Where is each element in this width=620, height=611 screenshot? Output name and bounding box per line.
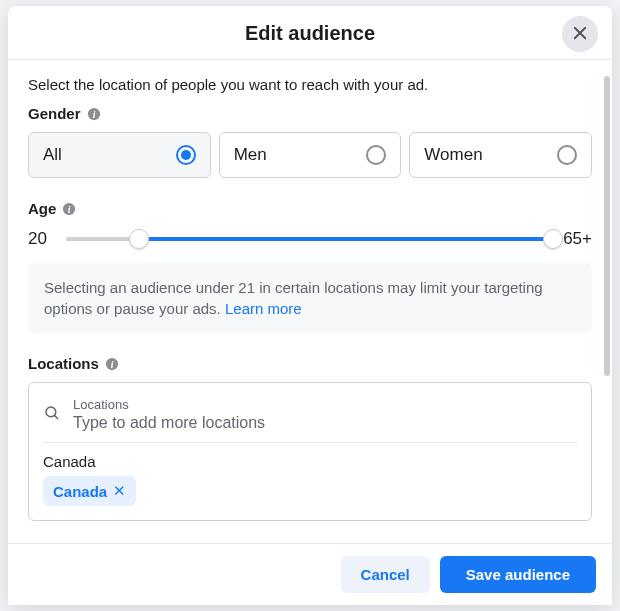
svg-text:i: i: [111, 358, 114, 369]
close-icon: [571, 24, 589, 45]
info-icon[interactable]: i: [87, 107, 101, 121]
scrollbar[interactable]: [604, 76, 610, 376]
radio-icon: [366, 145, 386, 165]
age-section: Age i 20 65+: [28, 200, 592, 249]
age-slider-handle-max[interactable]: [543, 229, 563, 249]
learn-more-link[interactable]: Learn more: [225, 300, 302, 317]
age-slider-track[interactable]: [66, 237, 553, 241]
location-chip-canada[interactable]: Canada ✕: [43, 476, 136, 506]
info-icon[interactable]: i: [62, 202, 76, 216]
locations-field-label: Locations: [73, 397, 577, 412]
gender-label: Gender i: [28, 105, 592, 122]
chip-remove-icon[interactable]: ✕: [113, 482, 126, 500]
locations-input[interactable]: [73, 414, 577, 432]
locations-box: Locations Canada Canada ✕: [28, 382, 592, 521]
age-slider: 20 65+: [28, 229, 592, 249]
age-label: Age i: [28, 200, 592, 217]
radio-icon: [176, 145, 196, 165]
modal-footer: Cancel Save audience: [8, 543, 612, 605]
svg-line-9: [54, 415, 58, 419]
edit-audience-modal: Edit audience Select the location of peo…: [8, 6, 612, 605]
info-icon[interactable]: i: [105, 357, 119, 371]
gender-option-women[interactable]: Women: [409, 132, 592, 178]
location-country-header: Canada: [43, 453, 577, 470]
modal-body: Select the location of people you want t…: [8, 60, 612, 543]
age-min-value: 20: [28, 229, 56, 249]
gender-option-men[interactable]: Men: [219, 132, 402, 178]
search-icon: [43, 404, 61, 426]
radio-icon: [557, 145, 577, 165]
locations-label: Locations i: [28, 355, 592, 372]
close-button[interactable]: [562, 16, 598, 52]
svg-text:i: i: [68, 203, 71, 214]
cancel-button[interactable]: Cancel: [341, 556, 430, 593]
gender-option-all[interactable]: All: [28, 132, 211, 178]
intro-text: Select the location of people you want t…: [28, 76, 592, 93]
svg-text:i: i: [92, 108, 95, 119]
save-audience-button[interactable]: Save audience: [440, 556, 596, 593]
gender-options: All Men Women: [28, 132, 592, 178]
age-warning-notice: Selecting an audience under 21 in certai…: [28, 263, 592, 333]
modal-title: Edit audience: [245, 22, 375, 45]
age-max-value: 65+: [563, 229, 592, 249]
locations-input-row: Locations: [43, 393, 577, 443]
age-slider-handle-min[interactable]: [129, 229, 149, 249]
modal-header: Edit audience: [8, 6, 612, 60]
svg-point-8: [46, 407, 56, 417]
